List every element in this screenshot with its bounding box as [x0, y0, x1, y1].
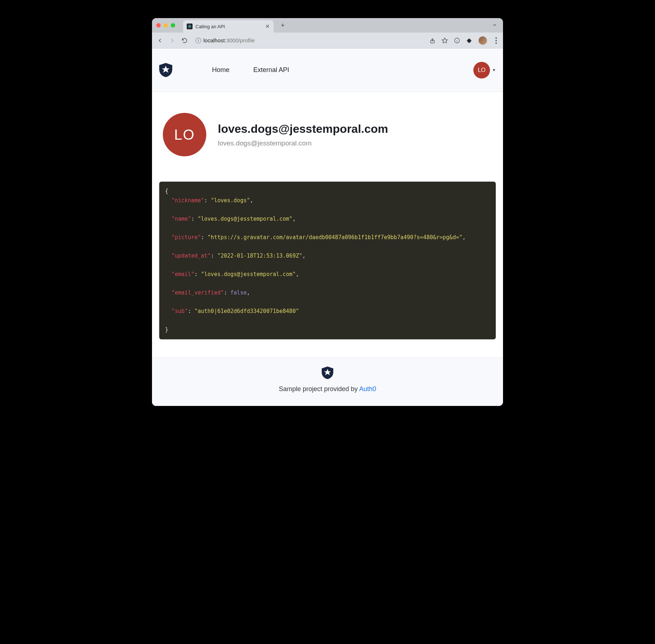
user-avatar-small: LO [473, 62, 490, 79]
user-avatar-large: LO [163, 113, 206, 156]
react-icon [187, 24, 193, 29]
toolbar-actions [429, 36, 499, 45]
reload-button[interactable] [180, 36, 189, 45]
url-text: localhost:3000/profile [203, 37, 255, 43]
user-menu[interactable]: LO ▼ [473, 62, 496, 79]
url-path: :3000/profile [225, 37, 255, 43]
footer-link-auth0[interactable]: Auth0 [359, 385, 376, 393]
svg-point-0 [189, 26, 190, 27]
browser-toolbar: i localhost:3000/profile [152, 33, 503, 48]
maximize-window-button[interactable] [171, 23, 175, 27]
tab-title: Calling an API [195, 24, 262, 29]
footer-text: Sample project provided by Auth0 [152, 385, 503, 393]
share-icon[interactable] [429, 37, 436, 44]
json-code-block: { "nickname": "loves.dogs", "name": "lov… [159, 182, 496, 339]
chevron-down-icon[interactable] [492, 22, 497, 29]
nav-link-home[interactable]: Home [212, 66, 229, 74]
profile-subtitle: loves.dogs@jesstemporal.com [218, 139, 388, 147]
page-footer: Sample project provided by Auth0 [152, 357, 503, 406]
kebab-menu-icon[interactable] [493, 37, 499, 44]
browser-window: Calling an API ✕ + i localhost:3000/prof… [152, 18, 503, 406]
info-icon[interactable] [454, 37, 460, 44]
browser-profile-avatar[interactable] [478, 36, 487, 45]
forward-button[interactable] [168, 36, 177, 45]
shield-logo-icon [159, 63, 172, 77]
browser-tab[interactable]: Calling an API ✕ [183, 20, 274, 33]
shield-logo-icon [322, 367, 333, 380]
close-tab-button[interactable]: ✕ [265, 23, 270, 30]
extensions-icon[interactable] [466, 37, 473, 44]
tab-bar: Calling an API ✕ + [152, 18, 503, 33]
caret-down-icon: ▼ [492, 68, 496, 72]
url-host: localhost [203, 37, 225, 43]
nav-links: Home External API [212, 66, 289, 74]
nav-link-external-api[interactable]: External API [253, 66, 289, 74]
svg-marker-6 [442, 38, 448, 43]
site-info-icon[interactable]: i [195, 38, 201, 43]
profile-header: LO loves.dogs@jesstemporal.com loves.dog… [152, 92, 503, 171]
page-content: Home External API LO ▼ LO loves.dogs@jes… [152, 48, 503, 406]
back-button[interactable] [156, 36, 164, 45]
app-navbar: Home External API LO ▼ [152, 48, 503, 92]
new-tab-button[interactable]: + [281, 22, 285, 29]
window-controls [156, 23, 175, 27]
minimize-window-button[interactable] [164, 23, 168, 27]
url-bar[interactable]: i localhost:3000/profile [193, 35, 423, 46]
star-icon[interactable] [441, 37, 448, 44]
profile-title: loves.dogs@jesstemporal.com [218, 122, 388, 136]
close-window-button[interactable] [156, 23, 161, 27]
